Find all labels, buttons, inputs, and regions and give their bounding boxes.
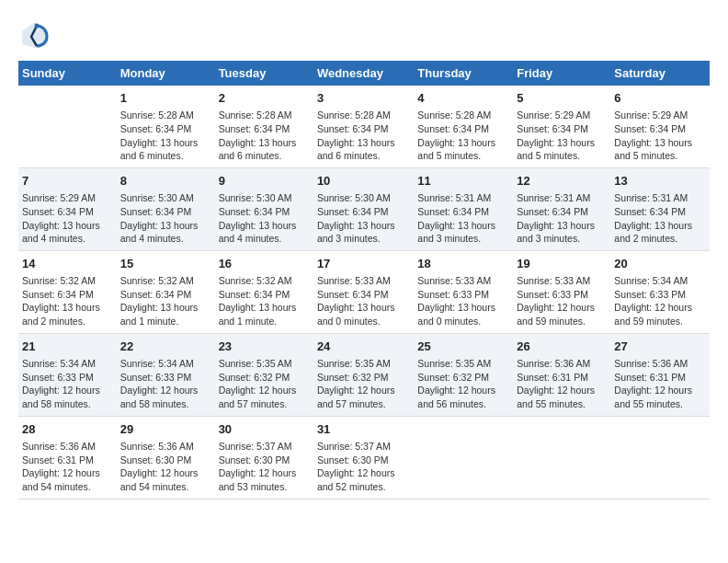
day-info: Sunrise: 5:37 AM Sunset: 6:30 PM Dayligh… [219, 440, 310, 494]
day-info: Sunrise: 5:34 AM Sunset: 6:33 PM Dayligh… [120, 357, 211, 411]
header-cell-tuesday: Tuesday [215, 61, 313, 86]
day-number: 7 [22, 173, 113, 190]
day-number: 12 [517, 173, 607, 190]
calendar-cell: 20Sunrise: 5:34 AM Sunset: 6:33 PM Dayli… [610, 250, 710, 333]
day-info: Sunrise: 5:37 AM Sunset: 6:30 PM Dayligh… [317, 440, 410, 494]
calendar-cell: 5Sunrise: 5:29 AM Sunset: 6:34 PM Daylig… [513, 86, 610, 167]
day-number: 2 [219, 90, 310, 107]
calendar-cell [414, 416, 513, 499]
calendar-cell: 26Sunrise: 5:36 AM Sunset: 6:31 PM Dayli… [513, 333, 610, 416]
calendar-cell: 12Sunrise: 5:31 AM Sunset: 6:34 PM Dayli… [513, 167, 610, 250]
day-number: 10 [317, 173, 410, 190]
day-info: Sunrise: 5:36 AM Sunset: 6:31 PM Dayligh… [517, 357, 607, 411]
day-number: 9 [219, 173, 310, 190]
calendar-cell: 19Sunrise: 5:33 AM Sunset: 6:33 PM Dayli… [513, 250, 610, 333]
day-number: 29 [120, 421, 211, 438]
day-number: 20 [614, 256, 706, 272]
calendar-cell: 8Sunrise: 5:30 AM Sunset: 6:34 PM Daylig… [117, 167, 215, 250]
calendar-cell: 22Sunrise: 5:34 AM Sunset: 6:33 PM Dayli… [117, 333, 215, 416]
calendar-cell: 13Sunrise: 5:31 AM Sunset: 6:34 PM Dayli… [610, 167, 710, 250]
calendar-week-row: 1Sunrise: 5:28 AM Sunset: 6:34 PM Daylig… [18, 86, 710, 167]
day-number: 26 [517, 339, 607, 355]
day-number: 11 [417, 173, 509, 190]
day-info: Sunrise: 5:34 AM Sunset: 6:33 PM Dayligh… [614, 274, 706, 328]
day-info: Sunrise: 5:30 AM Sunset: 6:34 PM Dayligh… [219, 191, 310, 246]
calendar-cell: 18Sunrise: 5:33 AM Sunset: 6:33 PM Dayli… [414, 250, 513, 333]
header-cell-wednesday: Wednesday [313, 61, 414, 86]
day-number: 19 [517, 256, 607, 272]
day-number: 4 [417, 90, 509, 107]
logo [18, 18, 55, 52]
calendar-cell: 29Sunrise: 5:36 AM Sunset: 6:30 PM Dayli… [117, 416, 215, 499]
day-info: Sunrise: 5:33 AM Sunset: 6:33 PM Dayligh… [417, 274, 509, 328]
day-info: Sunrise: 5:31 AM Sunset: 6:34 PM Dayligh… [614, 191, 706, 246]
calendar-cell: 30Sunrise: 5:37 AM Sunset: 6:30 PM Dayli… [215, 416, 313, 499]
day-info: Sunrise: 5:35 AM Sunset: 6:32 PM Dayligh… [417, 357, 509, 411]
calendar-cell [610, 416, 710, 499]
calendar-cell: 15Sunrise: 5:32 AM Sunset: 6:34 PM Dayli… [117, 250, 215, 333]
calendar-cell: 16Sunrise: 5:32 AM Sunset: 6:34 PM Dayli… [215, 250, 313, 333]
calendar-cell: 17Sunrise: 5:33 AM Sunset: 6:34 PM Dayli… [313, 250, 414, 333]
day-info: Sunrise: 5:33 AM Sunset: 6:34 PM Dayligh… [317, 274, 410, 328]
day-info: Sunrise: 5:31 AM Sunset: 6:34 PM Dayligh… [517, 191, 607, 246]
header [18, 18, 710, 52]
day-info: Sunrise: 5:28 AM Sunset: 6:34 PM Dayligh… [317, 109, 410, 163]
day-number: 14 [22, 256, 113, 272]
day-info: Sunrise: 5:28 AM Sunset: 6:34 PM Dayligh… [219, 109, 310, 163]
day-number: 13 [614, 173, 706, 190]
day-number: 16 [219, 256, 310, 272]
day-info: Sunrise: 5:32 AM Sunset: 6:34 PM Dayligh… [219, 274, 310, 328]
day-info: Sunrise: 5:28 AM Sunset: 6:34 PM Dayligh… [417, 109, 509, 163]
day-number: 28 [22, 421, 113, 438]
calendar-week-row: 7Sunrise: 5:29 AM Sunset: 6:34 PM Daylig… [18, 167, 710, 250]
calendar-header-row: SundayMondayTuesdayWednesdayThursdayFrid… [18, 61, 710, 86]
day-info: Sunrise: 5:33 AM Sunset: 6:33 PM Dayligh… [517, 274, 607, 328]
day-number: 6 [614, 90, 706, 107]
day-number: 15 [120, 256, 211, 272]
calendar-cell: 28Sunrise: 5:36 AM Sunset: 6:31 PM Dayli… [18, 416, 117, 499]
calendar-cell: 10Sunrise: 5:30 AM Sunset: 6:34 PM Dayli… [313, 167, 414, 250]
day-info: Sunrise: 5:32 AM Sunset: 6:34 PM Dayligh… [22, 274, 113, 328]
day-info: Sunrise: 5:32 AM Sunset: 6:34 PM Dayligh… [120, 274, 211, 328]
day-number: 8 [120, 173, 211, 190]
calendar-week-row: 21Sunrise: 5:34 AM Sunset: 6:33 PM Dayli… [18, 333, 710, 416]
day-info: Sunrise: 5:29 AM Sunset: 6:34 PM Dayligh… [22, 191, 113, 246]
calendar-cell: 9Sunrise: 5:30 AM Sunset: 6:34 PM Daylig… [215, 167, 313, 250]
calendar-week-row: 28Sunrise: 5:36 AM Sunset: 6:31 PM Dayli… [18, 416, 710, 499]
header-cell-thursday: Thursday [414, 61, 513, 86]
calendar-body: 1Sunrise: 5:28 AM Sunset: 6:34 PM Daylig… [18, 86, 710, 499]
day-number: 25 [417, 339, 509, 355]
calendar-cell: 7Sunrise: 5:29 AM Sunset: 6:34 PM Daylig… [18, 167, 117, 250]
header-cell-sunday: Sunday [18, 61, 117, 86]
day-info: Sunrise: 5:28 AM Sunset: 6:34 PM Dayligh… [120, 109, 211, 163]
day-number: 27 [614, 339, 706, 355]
day-info: Sunrise: 5:30 AM Sunset: 6:34 PM Dayligh… [317, 191, 410, 246]
day-info: Sunrise: 5:29 AM Sunset: 6:34 PM Dayligh… [517, 109, 607, 163]
calendar-cell: 3Sunrise: 5:28 AM Sunset: 6:34 PM Daylig… [313, 86, 414, 167]
calendar-cell [513, 416, 610, 499]
calendar-cell: 25Sunrise: 5:35 AM Sunset: 6:32 PM Dayli… [414, 333, 513, 416]
logo-icon [18, 18, 51, 52]
day-number: 1 [120, 90, 211, 107]
calendar-cell: 11Sunrise: 5:31 AM Sunset: 6:34 PM Dayli… [414, 167, 513, 250]
calendar-cell: 31Sunrise: 5:37 AM Sunset: 6:30 PM Dayli… [313, 416, 414, 499]
calendar-cell [18, 86, 117, 167]
day-info: Sunrise: 5:31 AM Sunset: 6:34 PM Dayligh… [417, 191, 509, 246]
header-cell-saturday: Saturday [610, 61, 710, 86]
calendar-cell: 21Sunrise: 5:34 AM Sunset: 6:33 PM Dayli… [18, 333, 117, 416]
calendar-cell: 23Sunrise: 5:35 AM Sunset: 6:32 PM Dayli… [215, 333, 313, 416]
day-number: 22 [120, 339, 211, 355]
day-info: Sunrise: 5:30 AM Sunset: 6:34 PM Dayligh… [120, 191, 211, 246]
day-info: Sunrise: 5:35 AM Sunset: 6:32 PM Dayligh… [317, 357, 410, 411]
day-info: Sunrise: 5:36 AM Sunset: 6:31 PM Dayligh… [614, 357, 706, 411]
day-info: Sunrise: 5:35 AM Sunset: 6:32 PM Dayligh… [219, 357, 310, 411]
header-cell-friday: Friday [513, 61, 610, 86]
day-info: Sunrise: 5:34 AM Sunset: 6:33 PM Dayligh… [22, 357, 113, 411]
day-info: Sunrise: 5:36 AM Sunset: 6:30 PM Dayligh… [120, 440, 211, 494]
day-number: 5 [517, 90, 607, 107]
calendar-cell: 4Sunrise: 5:28 AM Sunset: 6:34 PM Daylig… [414, 86, 513, 167]
day-number: 31 [317, 421, 410, 438]
header-cell-monday: Monday [117, 61, 215, 86]
calendar-cell: 2Sunrise: 5:28 AM Sunset: 6:34 PM Daylig… [215, 86, 313, 167]
day-number: 3 [317, 90, 410, 107]
